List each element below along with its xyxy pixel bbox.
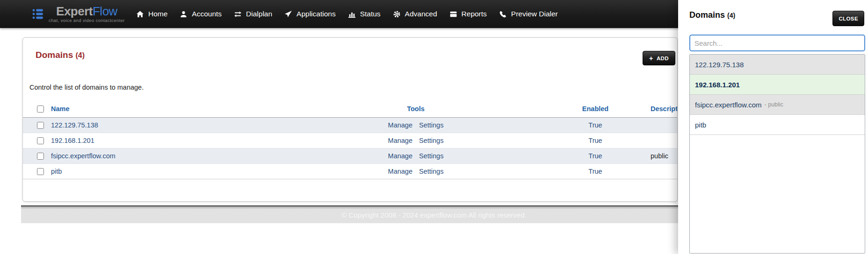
domain-link[interactable]: 192.168.1.201	[51, 137, 94, 144]
domain-list: 122.129.75.138 192.168.1.201 fsipcc.expe…	[689, 54, 865, 254]
page-title-count: (4)	[76, 51, 85, 59]
archive-icon	[449, 10, 457, 18]
row-checkbox[interactable]	[37, 137, 44, 144]
domain-link[interactable]: pitb	[51, 168, 62, 175]
table-row: pitb ManageSettings True	[23, 163, 677, 179]
domain-option-label: pitb	[695, 121, 706, 129]
domains-card: Domains (4) + ADD Control the list of do…	[22, 37, 678, 202]
enabled-value: True	[547, 148, 644, 163]
gear-icon	[393, 10, 401, 18]
nav-label: Home	[148, 10, 167, 18]
page-title-text: Domains	[36, 50, 73, 60]
domain-option-label: fsipcc.expertflow.com	[695, 101, 762, 109]
settings-link[interactable]: Settings	[419, 121, 443, 129]
manage-link[interactable]: Manage	[388, 137, 412, 144]
page-title: Domains (4)	[36, 50, 673, 60]
domain-link[interactable]: fsipcc.expertflow.com	[51, 152, 116, 160]
table-row: 122.129.75.138 ManageSettings True	[23, 117, 677, 133]
domain-option-label: 122.129.75.138	[695, 61, 744, 69]
column-header-description[interactable]: Description	[644, 100, 677, 117]
card-header: Domains (4) + ADD	[23, 38, 677, 65]
copyright-text: © Copyright 2008 - 2024 expertflow.com A…	[341, 211, 526, 219]
table-header-row: Name Tools Enabled Description	[23, 100, 677, 117]
nav-item-preview-dialer[interactable]: Preview Dialer	[499, 10, 558, 18]
enabled-value: True	[547, 117, 644, 133]
domain-option[interactable]: fsipcc.expertflow.com - public	[690, 95, 865, 115]
description-value	[644, 163, 677, 179]
nav-label: Status	[360, 10, 381, 18]
domain-selector-panel: Domains (4) CLOSE 122.129.75.138 192.168…	[678, 0, 868, 254]
user-icon	[180, 10, 188, 18]
domain-option[interactable]: pitb	[690, 115, 865, 135]
manage-link[interactable]: Manage	[388, 168, 412, 175]
enabled-value: True	[547, 133, 644, 148]
description-value	[644, 133, 677, 148]
row-checkbox[interactable]	[37, 153, 44, 160]
domain-option-label: 192.168.1.201	[695, 81, 740, 89]
paper-plane-icon	[284, 10, 292, 18]
nav-item-home[interactable]: Home	[136, 10, 167, 18]
phone-icon	[499, 10, 507, 18]
description-value	[644, 117, 677, 133]
brand-expert: Expert	[56, 4, 93, 18]
brand-tagline: chat, voice and video contactcenter	[49, 18, 125, 23]
add-button-label: ADD	[657, 56, 669, 61]
settings-link[interactable]: Settings	[419, 168, 443, 175]
row-checkbox[interactable]	[37, 168, 44, 175]
plus-icon: +	[649, 55, 653, 62]
settings-link[interactable]: Settings	[419, 152, 443, 160]
nav-item-accounts[interactable]: Accounts	[180, 10, 222, 18]
nav-item-status[interactable]: Status	[348, 10, 381, 18]
domain-link[interactable]: 122.129.75.138	[51, 121, 98, 129]
nav-label: Dialplan	[246, 10, 272, 18]
nav-item-reports[interactable]: Reports	[449, 10, 487, 18]
add-button[interactable]: + ADD	[643, 51, 675, 65]
home-icon	[136, 10, 144, 18]
close-button[interactable]: CLOSE	[832, 11, 864, 26]
column-header-enabled[interactable]: Enabled	[547, 100, 644, 117]
screen: ExpertFlow chat, voice and video contact…	[0, 0, 868, 254]
panel-title-text: Domains	[689, 10, 725, 20]
table-row: 192.168.1.201 ManageSettings True	[23, 133, 677, 148]
bar-chart-icon	[348, 10, 356, 18]
domain-option[interactable]: 122.129.75.138	[690, 55, 865, 75]
nav-label: Applications	[297, 10, 336, 18]
transfer-arrows-icon	[234, 10, 242, 18]
column-header-tools: Tools	[285, 100, 547, 117]
row-checkbox[interactable]	[37, 122, 44, 129]
brand-text: ExpertFlow chat, voice and video contact…	[49, 5, 125, 23]
enabled-value: True	[547, 163, 644, 179]
domain-option-current[interactable]: 192.168.1.201	[690, 75, 865, 95]
domain-search-input[interactable]	[689, 35, 865, 51]
nav-menu: Home Accounts Dialplan Applications Stat…	[136, 10, 558, 18]
nav-label: Advanced	[405, 10, 437, 18]
nav-label: Accounts	[192, 10, 222, 18]
brand-flow: Flow	[93, 4, 117, 18]
domain-option-suffix: - public	[765, 101, 783, 108]
nav-item-applications[interactable]: Applications	[284, 10, 336, 18]
description-value: public	[644, 148, 677, 163]
brand-logo[interactable]: ExpertFlow chat, voice and video contact…	[32, 5, 125, 23]
nav-label: Preview Dialer	[511, 10, 558, 18]
nav-label: Reports	[462, 10, 487, 18]
table-row: fsipcc.expertflow.com ManageSettings Tru…	[23, 148, 677, 163]
select-all-checkbox[interactable]	[37, 106, 44, 113]
expertflow-logo-icon	[32, 7, 46, 21]
column-header-name[interactable]: Name	[51, 100, 285, 117]
manage-link[interactable]: Manage	[388, 121, 412, 129]
panel-title-count: (4)	[727, 12, 735, 19]
page-subtitle: Control the list of domains to manage.	[29, 84, 677, 91]
nav-item-dialplan[interactable]: Dialplan	[234, 10, 272, 18]
nav-item-advanced[interactable]: Advanced	[393, 10, 437, 18]
domains-table: Name Tools Enabled Description 122.129.7…	[23, 100, 677, 179]
settings-link[interactable]: Settings	[419, 137, 443, 144]
manage-link[interactable]: Manage	[388, 152, 412, 160]
